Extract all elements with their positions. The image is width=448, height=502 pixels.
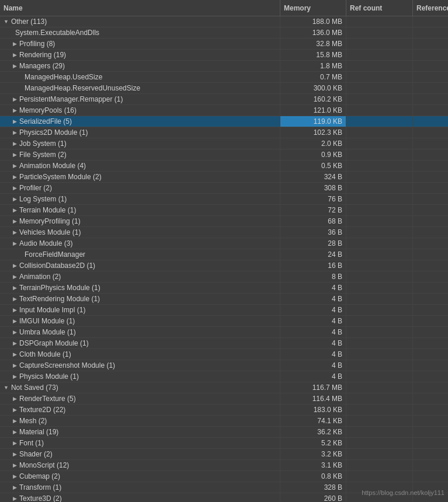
cell-name: System.ExecutableAndDlls bbox=[0, 27, 280, 38]
table-row[interactable]: ▶ IMGUI Module (1) 4 B bbox=[0, 316, 448, 327]
row-label: Profiler (2) bbox=[19, 184, 52, 192]
table-row[interactable]: ▶ Physics2D Module (1) 102.3 KB bbox=[0, 127, 448, 138]
table-row[interactable]: ▶ Audio Module (3) 28 B bbox=[0, 238, 448, 249]
table-row[interactable]: ▶ Physics Module (1) 4 B bbox=[0, 371, 448, 382]
tree-triangle: ▶ bbox=[13, 440, 17, 446]
table-row[interactable]: ▶ File System (2) 0.9 KB bbox=[0, 149, 448, 161]
cell-memory: 4 B bbox=[280, 349, 346, 360]
table-row[interactable]: ▶ Log System (1) 76 B bbox=[0, 194, 448, 205]
table-row[interactable]: ▶ Font (1) 5.2 KB bbox=[0, 438, 448, 449]
table-row[interactable]: ▶ MemoryProfiling (1) 68 B bbox=[0, 216, 448, 227]
table-row[interactable]: ▶ Mesh (2) 74.1 KB bbox=[0, 416, 448, 427]
tree-triangle: ▶ bbox=[13, 496, 17, 501]
table-row[interactable]: ▶ DSPGraph Module (1) 4 B bbox=[0, 338, 448, 349]
table-container[interactable]: ▼ Other (113) 188.0 MB System.Executable… bbox=[0, 16, 448, 502]
cell-name: ▶ Input Module Impl (1) bbox=[0, 305, 280, 315]
table-row[interactable]: ▼ Not Saved (73) 116.7 MB bbox=[0, 382, 448, 393]
cell-reference bbox=[413, 271, 448, 282]
cell-memory: 16 B bbox=[280, 260, 346, 271]
cell-memory: 4 B bbox=[280, 316, 346, 326]
table-row[interactable]: System.ExecutableAndDlls 136.0 MB bbox=[0, 27, 448, 39]
table-row[interactable]: ▶ Profiling (8) 32.8 MB bbox=[0, 39, 448, 50]
row-label: TerrainPhysics Module (1) bbox=[19, 284, 100, 292]
cell-reference bbox=[413, 116, 448, 127]
cell-refcount bbox=[346, 16, 413, 27]
table-row[interactable]: ▶ Umbra Module (1) 4 B bbox=[0, 327, 448, 338]
cell-reference bbox=[413, 72, 448, 82]
cell-reference bbox=[413, 105, 448, 116]
table-row[interactable]: ▶ Job System (1) 2.0 KB bbox=[0, 138, 448, 149]
table-row[interactable]: ManagedHeap.UsedSize 0.7 MB bbox=[0, 72, 448, 83]
row-label: MemoryProfiling (1) bbox=[19, 217, 81, 225]
tree-triangle: ▶ bbox=[13, 285, 17, 291]
table-row[interactable]: ▶ MonoScript (12) 3.1 KB bbox=[0, 460, 448, 471]
cell-memory: 116.4 MB bbox=[280, 393, 346, 404]
table-row[interactable]: ▶ ParticleSystem Module (2) 324 B bbox=[0, 172, 448, 183]
cell-name: ▶ PersistentManager.Remapper (1) bbox=[0, 94, 280, 104]
table-row[interactable]: ▶ TerrainPhysics Module (1) 4 B bbox=[0, 283, 448, 294]
row-label: Texture3D (2) bbox=[19, 494, 62, 502]
table-row[interactable]: ▶ Texture2D (22) 183.0 KB bbox=[0, 405, 448, 416]
watermark: https://blog.csdn.net/koljy111 bbox=[362, 489, 444, 496]
table-row[interactable]: ForceFieldManager 24 B bbox=[0, 249, 448, 260]
table-row[interactable]: ▶ PersistentManager.Remapper (1) 160.2 K… bbox=[0, 94, 448, 105]
table-row[interactable]: ▶ Cubemap (2) 0.8 KB bbox=[0, 471, 448, 482]
cell-name: ▶ TextRendering Module (1) bbox=[0, 294, 280, 304]
row-label: PersistentManager.Remapper (1) bbox=[19, 95, 123, 103]
cell-memory: 5.2 KB bbox=[280, 438, 346, 448]
tree-triangle: ▶ bbox=[13, 218, 17, 224]
table-row[interactable]: ▶ CollisionDatabase2D (1) 16 B bbox=[0, 260, 448, 271]
table-row[interactable]: ▶ Animation Module (4) 0.5 KB bbox=[0, 161, 448, 172]
tree-triangle: ▶ bbox=[13, 263, 17, 269]
table-row[interactable]: ▶ RenderTexture (5) 116.4 MB bbox=[0, 393, 448, 405]
tree-triangle: ▶ bbox=[13, 107, 17, 113]
table-row[interactable]: ManagedHeap.ReservedUnusedSize 300.0 KB bbox=[0, 83, 448, 94]
table-row[interactable]: ▶ SerializedFile (5) 119.0 KB bbox=[0, 116, 448, 127]
row-label: ManagedHeap.ReservedUnusedSize bbox=[25, 84, 140, 92]
cell-reference bbox=[413, 460, 448, 470]
cell-reference bbox=[413, 27, 448, 38]
row-label: IMGUI Module (1) bbox=[19, 317, 75, 325]
cell-name: ▶ Cloth Module (1) bbox=[0, 349, 280, 360]
table-row[interactable]: ▶ CaptureScreenshot Module (1) 4 B bbox=[0, 360, 448, 371]
tree-triangle: ▶ bbox=[13, 141, 17, 147]
table-row[interactable]: ▶ Terrain Module (1) 72 B bbox=[0, 205, 448, 216]
cell-name: ▶ Physics Module (1) bbox=[0, 371, 280, 382]
table-row[interactable]: ▶ Shader (2) 3.2 KB bbox=[0, 449, 448, 460]
table-row[interactable]: ▶ Profiler (2) 308 B bbox=[0, 183, 448, 194]
cell-refcount bbox=[346, 72, 413, 82]
row-label: Physics Module (1) bbox=[19, 372, 79, 381]
table-row[interactable]: ▶ Managers (29) 1.8 MB bbox=[0, 61, 448, 72]
table-row[interactable]: ▶ Vehicles Module (1) 36 B bbox=[0, 227, 448, 238]
row-label: Material (19) bbox=[19, 428, 58, 436]
tree-triangle: ▶ bbox=[13, 407, 17, 413]
cell-memory: 28 B bbox=[280, 238, 346, 249]
cell-reference bbox=[413, 227, 448, 238]
tree-triangle: ▶ bbox=[13, 451, 17, 457]
cell-reference bbox=[413, 305, 448, 315]
row-label: Input Module Impl (1) bbox=[19, 306, 85, 314]
column-header-name: Name bbox=[0, 0, 280, 16]
table-row[interactable]: ▶ Input Module Impl (1) 4 B bbox=[0, 305, 448, 316]
cell-name: ▶ IMGUI Module (1) bbox=[0, 316, 280, 326]
cell-memory: 136.0 MB bbox=[280, 27, 346, 38]
table-row[interactable]: ▼ Other (113) 188.0 MB bbox=[0, 16, 448, 27]
cell-refcount bbox=[346, 460, 413, 470]
table-row[interactable]: ▶ Material (19) 36.2 KB bbox=[0, 427, 448, 438]
table-row[interactable]: ▶ Animation (2) 8 B bbox=[0, 271, 448, 283]
tree-triangle: ▶ bbox=[13, 96, 17, 102]
row-label: Texture2D (22) bbox=[19, 406, 65, 414]
tree-triangle: ▶ bbox=[13, 307, 17, 313]
table-row[interactable]: ▶ Cloth Module (1) 4 B bbox=[0, 349, 448, 360]
cell-reference bbox=[413, 260, 448, 271]
cell-refcount bbox=[346, 116, 413, 127]
cell-refcount bbox=[346, 205, 413, 215]
cell-name: ▶ Umbra Module (1) bbox=[0, 327, 280, 337]
tree-triangle: ▶ bbox=[13, 429, 17, 435]
table-row[interactable]: ▶ MemoryPools (16) 121.0 KB bbox=[0, 105, 448, 116]
cell-memory: 4 B bbox=[280, 338, 346, 348]
cell-reference bbox=[413, 371, 448, 382]
table-row[interactable]: ▶ TextRendering Module (1) 4 B bbox=[0, 294, 448, 305]
cell-refcount bbox=[346, 127, 413, 138]
table-row[interactable]: ▶ Rendering (19) 15.8 MB bbox=[0, 50, 448, 61]
